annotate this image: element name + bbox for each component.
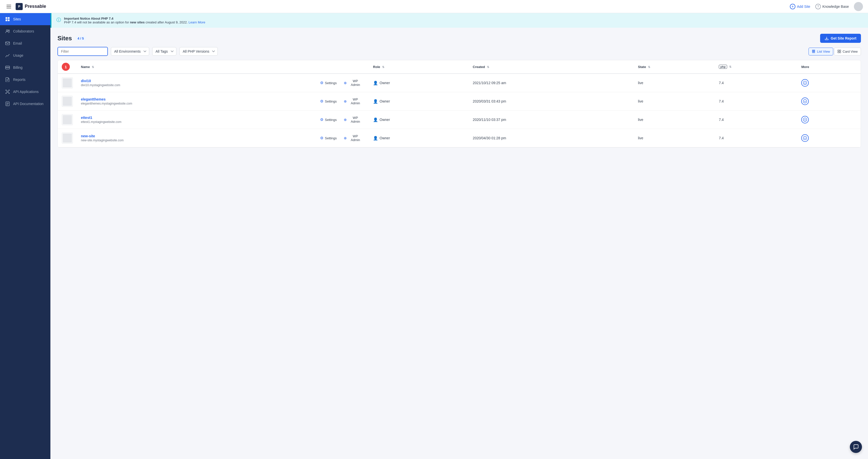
view-toggles: List View Card View <box>808 47 861 56</box>
sidebar-item-reports[interactable]: Reports <box>0 73 51 86</box>
more-options-button[interactable] <box>801 98 809 105</box>
th-state[interactable]: State ⇅ <box>634 60 715 73</box>
svg-rect-3 <box>8 20 9 21</box>
site-name-link[interactable]: ettest1 <box>81 116 122 120</box>
svg-rect-29 <box>839 50 841 51</box>
settings-label: Settings <box>325 118 337 122</box>
svg-point-33 <box>803 99 807 103</box>
row-name-cell: elegantthemes elegantthemes.mystagingweb… <box>77 92 313 110</box>
site-thumbnail <box>62 132 73 143</box>
settings-button[interactable]: ⚙ Settings <box>317 134 339 141</box>
row-state-cell: live <box>634 110 715 129</box>
wp-admin-button[interactable]: ⊕ WP Admin <box>341 133 365 143</box>
th-more: More <box>797 60 861 73</box>
row-state-cell: live <box>634 129 715 147</box>
site-info: ettest1 ettest1.mystagingwebsite.com <box>81 116 310 124</box>
sidebar-label-sites: Sites <box>13 17 21 21</box>
more-options-button[interactable] <box>801 79 809 87</box>
svg-point-35 <box>803 136 807 140</box>
tags-select[interactable]: All Tags <box>152 47 177 56</box>
table-row: divi10 divi10.mystagingwebsite.com ⚙ Set… <box>58 73 861 92</box>
sidebar-label-usage: Usage <box>13 54 23 58</box>
row-name-cell: new-site new-site.mystagingwebsite.com <box>77 129 313 147</box>
grid-icon <box>5 17 10 22</box>
th-created-label: Created <box>473 65 485 69</box>
sidebar-item-billing[interactable]: Billing <box>0 62 51 73</box>
svg-point-5 <box>8 30 9 31</box>
svg-rect-31 <box>839 52 841 53</box>
sidebar-item-email[interactable]: Email <box>0 37 51 50</box>
environments-select[interactable]: All Environments <box>111 47 149 56</box>
chart-icon <box>5 53 10 58</box>
notice-title: Important Notice About PHP 7.4 <box>64 17 114 21</box>
sidebar-item-collaborators[interactable]: Collaborators <box>0 25 51 37</box>
get-site-report-label: Get Site Report <box>831 36 857 40</box>
settings-button[interactable]: ⚙ Settings <box>317 98 339 105</box>
th-role[interactable]: Role ⇅ <box>369 60 469 73</box>
person-icon: 👤 <box>373 136 378 140</box>
role-cell: 👤 Owner <box>373 80 465 86</box>
site-actions: ⚙ Settings ⊕ WP Admin <box>317 133 365 143</box>
add-site-button[interactable]: + Add Site <box>790 4 810 9</box>
chevron-down-circle-icon <box>803 118 807 122</box>
wp-admin-button[interactable]: ⊕ WP Admin <box>341 96 365 106</box>
sites-count-badge: 4 / 5 <box>75 36 86 41</box>
question-mark-icon: ? <box>815 4 821 9</box>
api-icon <box>5 89 10 94</box>
list-view-button[interactable]: List View <box>808 47 833 56</box>
file-icon <box>5 77 10 82</box>
row-more-cell <box>797 73 861 92</box>
row-more-cell <box>797 92 861 110</box>
row-actions-cell: ⚙ Settings ⊕ WP Admin <box>313 129 369 147</box>
role-cell: 👤 Owner <box>373 118 465 122</box>
row-created-cell: 2020/03/31 03:43 pm <box>469 92 634 110</box>
site-name-link[interactable]: new-site <box>81 134 124 138</box>
wp-admin-button[interactable]: ⊕ WP Admin <box>341 114 365 125</box>
notice-banner: ⓘ Important Notice About PHP 7.4 PHP 7.4… <box>51 13 868 28</box>
chat-bubble-button[interactable] <box>850 441 862 453</box>
site-url: elegantthemes.mystagingwebsite.com <box>81 102 132 105</box>
th-created[interactable]: Created ⇅ <box>469 60 634 73</box>
knowledge-base-button[interactable]: ? Knowledge Base <box>815 4 849 9</box>
settings-label: Settings <box>325 99 337 103</box>
site-actions: ⚙ Settings ⊕ WP Admin <box>317 78 365 88</box>
wp-icon: ⊕ <box>344 136 347 140</box>
sites-header: Sites 4 / 5 Get Site Report <box>51 28 868 47</box>
filter-input[interactable] <box>58 47 108 56</box>
sidebar-item-sites[interactable]: Sites <box>0 13 51 25</box>
table-wrapper: 1 Name ⇅ Role ⇅ <box>58 60 861 147</box>
site-name-link[interactable]: divi10 <box>81 79 120 83</box>
mail-icon <box>5 41 10 46</box>
state-value: live <box>638 99 643 103</box>
hamburger-menu-icon[interactable] <box>5 3 12 10</box>
card-view-button[interactable]: Card View <box>834 47 861 56</box>
th-actions <box>313 60 369 73</box>
svg-rect-0 <box>5 17 7 19</box>
site-name-link[interactable]: elegantthemes <box>81 97 132 101</box>
php-versions-select[interactable]: All PHP Versions <box>180 47 218 56</box>
site-info: divi10 divi10.mystagingwebsite.com <box>81 79 310 87</box>
sites-table: 1 Name ⇅ Role ⇅ <box>58 60 861 147</box>
th-php[interactable]: php ⇅ <box>715 60 797 73</box>
chat-icon <box>853 444 859 450</box>
notice-body-text2: created after August 9, 2022. <box>145 21 188 24</box>
name-sort-icon: ⇅ <box>92 66 94 68</box>
sidebar-item-usage[interactable]: Usage <box>0 50 51 62</box>
role-cell: 👤 Owner <box>373 136 465 140</box>
table-row: elegantthemes elegantthemes.mystagingweb… <box>58 92 861 110</box>
doc-icon <box>5 101 10 106</box>
site-thumbnail <box>62 77 73 89</box>
notice-learn-more-link[interactable]: Learn More <box>188 21 205 24</box>
th-name[interactable]: Name ⇅ <box>77 60 313 73</box>
more-options-button[interactable] <box>801 134 809 142</box>
settings-button[interactable]: ⚙ Settings <box>317 79 339 87</box>
sidebar-item-api-applications[interactable]: API Applications <box>0 86 51 98</box>
avatar[interactable] <box>854 2 863 11</box>
sidebar-item-api-documentation[interactable]: API Documentation <box>0 98 51 110</box>
get-site-report-button[interactable]: Get Site Report <box>820 34 861 43</box>
more-options-button[interactable] <box>801 116 809 124</box>
th-more-label: More <box>801 65 809 69</box>
person-icon: 👤 <box>373 80 378 86</box>
wp-admin-button[interactable]: ⊕ WP Admin <box>341 78 365 88</box>
settings-button[interactable]: ⚙ Settings <box>317 116 339 123</box>
